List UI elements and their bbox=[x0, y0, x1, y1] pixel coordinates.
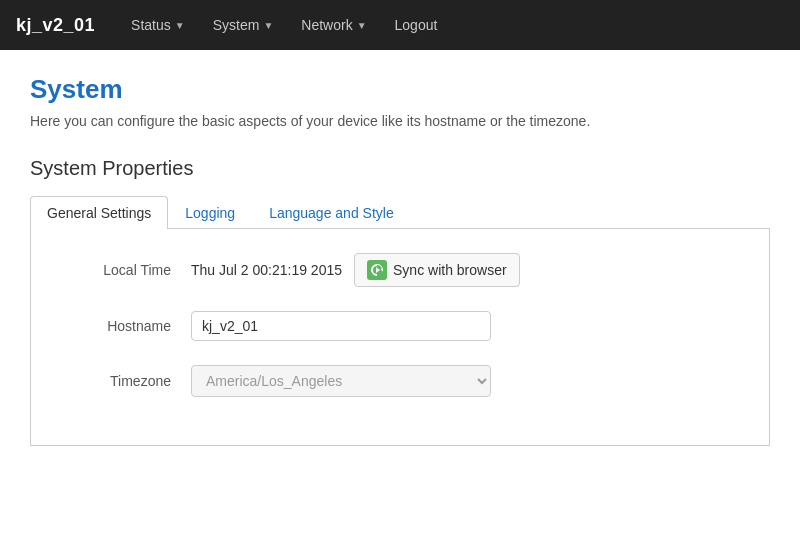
sync-button-label: Sync with browser bbox=[393, 262, 507, 278]
chevron-down-icon: ▼ bbox=[175, 20, 185, 31]
navbar: kj_v2_01 Status ▼ System ▼ Network ▼ Log… bbox=[0, 0, 800, 50]
navbar-brand[interactable]: kj_v2_01 bbox=[16, 15, 95, 36]
timezone-select[interactable]: America/Los_Angeles bbox=[191, 365, 491, 397]
tab-logging[interactable]: Logging bbox=[168, 196, 252, 229]
main-content: System Here you can configure the basic … bbox=[0, 50, 800, 470]
local-time-value: Thu Jul 2 00:21:19 2015 Sync with browse… bbox=[191, 253, 520, 287]
local-time-text: Thu Jul 2 00:21:19 2015 bbox=[191, 262, 342, 278]
nav-label-network: Network bbox=[301, 17, 352, 33]
tab-general-settings[interactable]: General Settings bbox=[30, 196, 168, 229]
tab-language-and-style[interactable]: Language and Style bbox=[252, 196, 411, 229]
nav-item-system[interactable]: System ▼ bbox=[201, 11, 286, 39]
nav-item-network[interactable]: Network ▼ bbox=[289, 11, 378, 39]
svg-marker-0 bbox=[376, 267, 380, 273]
nav-item-status[interactable]: Status ▼ bbox=[119, 11, 197, 39]
chevron-down-icon: ▼ bbox=[357, 20, 367, 31]
sync-icon bbox=[367, 260, 387, 280]
local-time-label: Local Time bbox=[51, 262, 191, 278]
page-title: System bbox=[30, 74, 770, 105]
hostname-row: Hostname bbox=[51, 311, 749, 341]
nav-item-logout[interactable]: Logout bbox=[383, 11, 450, 39]
properties-area: Local Time Thu Jul 2 00:21:19 2015 Sync … bbox=[30, 229, 770, 446]
timezone-row: Timezone America/Los_Angeles bbox=[51, 365, 749, 397]
nav-label-status: Status bbox=[131, 17, 171, 33]
local-time-row: Local Time Thu Jul 2 00:21:19 2015 Sync … bbox=[51, 253, 749, 287]
nav-label-system: System bbox=[213, 17, 260, 33]
hostname-value bbox=[191, 311, 491, 341]
page-description: Here you can configure the basic aspects… bbox=[30, 113, 770, 129]
tabs-container: General Settings Logging Language and St… bbox=[30, 196, 770, 229]
nav-label-logout: Logout bbox=[395, 17, 438, 33]
sync-with-browser-button[interactable]: Sync with browser bbox=[354, 253, 520, 287]
section-title: System Properties bbox=[30, 157, 770, 180]
hostname-input[interactable] bbox=[191, 311, 491, 341]
timezone-value: America/Los_Angeles bbox=[191, 365, 491, 397]
chevron-down-icon: ▼ bbox=[263, 20, 273, 31]
hostname-label: Hostname bbox=[51, 318, 191, 334]
nav-items: Status ▼ System ▼ Network ▼ Logout bbox=[119, 11, 449, 39]
timezone-label: Timezone bbox=[51, 373, 191, 389]
